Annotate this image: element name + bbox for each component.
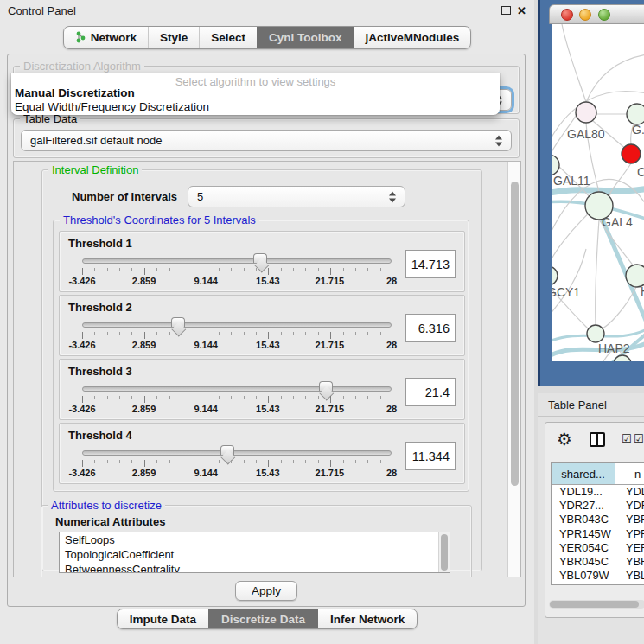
column-header-name[interactable]: n xyxy=(615,463,644,484)
apply-button[interactable]: Apply xyxy=(235,581,297,601)
main-scrollbar[interactable] xyxy=(507,162,520,577)
scale-tick-label: 2.859 xyxy=(132,468,156,478)
table-cell: YDR27... xyxy=(552,499,615,513)
combo-arrows-icon xyxy=(495,135,503,146)
list-scrollbar[interactable] xyxy=(438,532,450,572)
table-row[interactable]: YBR045CYBR0 xyxy=(552,555,644,569)
threshold-slider-thumb[interactable] xyxy=(253,253,267,263)
table-panel-box: ⚙ ☑ ☑ shared... n YDL19...YDL1YDR27...YD… xyxy=(545,422,644,618)
threshold-slider[interactable] xyxy=(82,386,392,392)
network-canvas[interactable]: GAL80G.CGAL11GAL4GCY1HHAP2 xyxy=(552,24,644,361)
table-cell: YDR2 xyxy=(615,499,644,513)
float-window-icon[interactable] xyxy=(501,6,511,15)
table-toolbar: ⚙ ☑ ☑ xyxy=(545,423,644,459)
threshold-panel: Threshold 4-3.4262.8599.14415.4321.71528… xyxy=(59,423,465,484)
group-thresholds: Threshold's Coordinates for 5 Intervals … xyxy=(53,220,469,492)
attribute-list-item[interactable]: SelfLoops xyxy=(60,532,450,547)
table-cell: YBR0 xyxy=(615,513,644,526)
network-window[interactable]: GAL80G.CGAL11GAL4GCY1HHAP2 xyxy=(538,0,644,386)
table-row[interactable]: YBL079WYBL0 xyxy=(552,569,644,583)
column-header-shared[interactable]: shared... xyxy=(552,463,615,484)
tab-infer-network[interactable]: Infer Network xyxy=(317,609,417,628)
checkbox-icon[interactable]: ☑ xyxy=(622,432,632,445)
table-panel-title: Table Panel xyxy=(548,399,607,411)
numerical-attributes-list[interactable]: SelfLoopsTopologicalCoefficientBetweenne… xyxy=(59,532,450,573)
threshold-slider[interactable] xyxy=(82,322,392,328)
network-window-titlebar[interactable] xyxy=(549,4,644,24)
network-node-label: GAL4 xyxy=(602,215,633,229)
threshold-value-field[interactable]: 11.344 xyxy=(405,442,456,470)
table-header-row: shared... n xyxy=(552,463,644,485)
minimize-traffic-light-icon[interactable] xyxy=(579,9,591,21)
split-columns-icon[interactable] xyxy=(590,432,605,447)
zoom-traffic-light-icon[interactable] xyxy=(598,9,610,21)
tab-jactivemnodules[interactable]: jActiveMNodules xyxy=(354,27,471,48)
slider-ticks xyxy=(82,396,392,403)
network-icon xyxy=(75,31,86,44)
network-node[interactable] xyxy=(552,266,558,285)
table-row[interactable]: YBR043CYBR0 xyxy=(552,513,644,526)
network-node[interactable] xyxy=(587,325,604,342)
table-row[interactable]: YLR345WYLR3 xyxy=(552,583,644,585)
main-scrollbar-thumb[interactable] xyxy=(511,182,519,486)
threshold-value-field[interactable]: 6.316 xyxy=(405,314,456,342)
threshold-slider[interactable] xyxy=(82,450,392,456)
network-node[interactable] xyxy=(576,102,596,123)
threshold-label: Threshold 1 xyxy=(68,237,132,250)
group-table-data: Table Data galFiltered.sif default node xyxy=(13,118,520,158)
table-cell: YER054C xyxy=(552,541,615,555)
spinner-arrows-icon xyxy=(389,191,397,202)
network-node-label: H xyxy=(641,284,644,298)
table-hscrollbar-thumb[interactable] xyxy=(550,601,639,608)
scale-tick-label: 28 xyxy=(386,468,397,478)
cyni-toolbox-panel: Discretization Algorithm Table Data galF… xyxy=(7,54,526,607)
table-cell: YDL19... xyxy=(552,485,615,499)
dropdown-option-manual[interactable]: Manual Discretization xyxy=(11,86,500,100)
group-title-attributes: Attributes to discretize xyxy=(48,499,165,512)
slider-scale-labels: -3.4262.8599.14415.4321.71528 xyxy=(82,468,392,479)
slider-scale-labels: -3.4262.8599.14415.4321.71528 xyxy=(82,404,392,415)
scale-tick-label: 21.715 xyxy=(316,468,345,478)
tab-network[interactable]: Network xyxy=(64,27,148,48)
threshold-slider[interactable] xyxy=(82,258,392,264)
tab-style[interactable]: Style xyxy=(148,27,199,48)
tab-impute-data[interactable]: Impute Data xyxy=(118,609,208,628)
close-icon[interactable]: ✕ xyxy=(517,5,526,16)
number-of-intervals-spinner[interactable]: 5 xyxy=(188,186,405,207)
table-data-selected: galFiltered.sif default node xyxy=(30,134,162,147)
table-row[interactable]: YDL19...YDL1 xyxy=(552,485,644,499)
threshold-value-field[interactable]: 21.4 xyxy=(405,378,456,406)
table-cell: YBR0 xyxy=(615,555,644,569)
dropdown-option-equal-width[interactable]: Equal Width/Frequency Discretization xyxy=(11,100,500,114)
attribute-list-item[interactable]: TopologicalCoefficient xyxy=(60,547,450,562)
scale-tick-label: 15.43 xyxy=(256,340,280,350)
table-row[interactable]: YDR27...YDR2 xyxy=(552,499,644,513)
scale-tick-label: 15.43 xyxy=(256,276,280,286)
table-panel-titlebar: Table Panel xyxy=(538,393,644,417)
table-data-combobox[interactable]: galFiltered.sif default node xyxy=(21,130,512,151)
threshold-slider-thumb[interactable] xyxy=(171,317,185,327)
checkbox-icon[interactable]: ☑ xyxy=(634,432,644,445)
scale-tick-label: -3.426 xyxy=(68,276,95,286)
list-scrollbar-thumb[interactable] xyxy=(441,534,448,571)
network-node[interactable] xyxy=(622,144,641,163)
tab-select[interactable]: Select xyxy=(199,27,257,48)
network-node[interactable] xyxy=(614,355,631,361)
slider-ticks xyxy=(82,268,392,275)
threshold-slider-thumb[interactable] xyxy=(319,381,333,391)
table-row[interactable]: YER054CYER0 xyxy=(552,541,644,555)
table-row[interactable]: YPR145WYPR1 xyxy=(552,527,644,541)
close-traffic-light-icon[interactable] xyxy=(561,9,573,21)
threshold-slider-thumb[interactable] xyxy=(220,445,234,455)
gear-icon[interactable]: ⚙ xyxy=(557,429,572,450)
network-node[interactable] xyxy=(552,155,559,175)
slider-scale-labels: -3.4262.8599.14415.4321.71528 xyxy=(82,276,392,287)
scale-tick-label: 15.43 xyxy=(256,404,280,414)
tab-discretize-data[interactable]: Discretize Data xyxy=(208,609,317,628)
attribute-list-item[interactable]: BetweennessCentrality xyxy=(60,562,450,573)
node-table[interactable]: shared... n YDL19...YDL1YDR27...YDR2YBR0… xyxy=(551,462,644,585)
threshold-value-field[interactable]: 14.713 xyxy=(405,250,456,278)
table-hscrollbar[interactable] xyxy=(549,600,644,609)
network-node[interactable] xyxy=(627,104,644,124)
tab-cyni-toolbox[interactable]: Cyni Toolbox xyxy=(257,27,354,48)
